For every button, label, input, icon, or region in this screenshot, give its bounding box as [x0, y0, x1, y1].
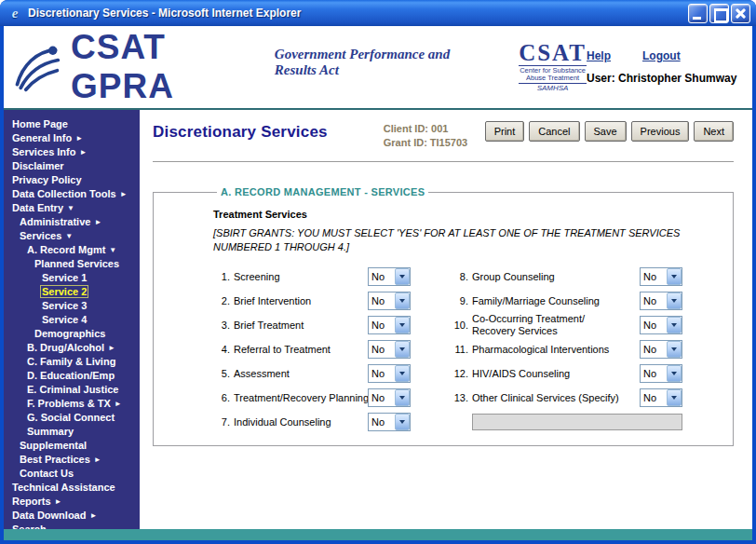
- sidebar-nav: Home Page General Info► Services Info► D…: [4, 110, 140, 529]
- grant-id: Grant ID: TI15703: [384, 136, 467, 150]
- titlebar[interactable]: e Discretionary Services - Microsoft Int…: [0, 0, 756, 26]
- close-button[interactable]: [731, 4, 750, 23]
- screening-select[interactable]: No: [368, 267, 411, 286]
- service-row: 9. Family/Marriage Counseling No: [444, 289, 682, 313]
- sidebar-item-f-problems-tx[interactable]: F. Problems & TX►: [4, 397, 140, 411]
- brand: CSAT GPRA Government Performance and Res…: [71, 28, 494, 106]
- logout-link[interactable]: Logout: [642, 49, 681, 62]
- previous-button[interactable]: Previous: [631, 121, 690, 142]
- select-value: No: [369, 416, 395, 428]
- sidebar-item-g-social-connect[interactable]: G. Social Connect: [4, 411, 140, 425]
- sidebar-item-demographics[interactable]: Demographics: [4, 327, 140, 341]
- other-clinical-services-input[interactable]: [472, 414, 682, 430]
- dropdown-arrow-icon: [395, 292, 410, 309]
- brief-treatment-select[interactable]: No: [368, 316, 411, 334]
- cancel-button[interactable]: Cancel: [529, 121, 579, 142]
- internet-explorer-icon: e: [7, 6, 22, 20]
- service-number: 7.: [213, 416, 230, 428]
- sidebar-item-label: E. Criminal Justice: [26, 384, 119, 395]
- service-row: 5. Assessment No: [213, 361, 411, 386]
- sidebar-item-supplemental[interactable]: Supplemental: [4, 439, 140, 453]
- sidebar-item-services[interactable]: Services▼: [4, 229, 140, 243]
- sidebar-item-service-3[interactable]: Service 3: [4, 299, 140, 313]
- assessment-select[interactable]: No: [368, 364, 411, 383]
- sidebar-item-service-1[interactable]: Service 1: [4, 271, 140, 285]
- sidebar-item-label: Service 1: [41, 272, 88, 283]
- hhs-eagle-logo: [9, 41, 63, 93]
- service-number: 5.: [213, 368, 230, 379]
- minimize-button[interactable]: [688, 4, 708, 23]
- sidebar-item-label: Administrative: [19, 216, 91, 227]
- sidebar-item-services-info[interactable]: Services Info►: [4, 145, 140, 159]
- dropdown-arrow-icon: [395, 365, 410, 382]
- service-number: 9.: [444, 295, 468, 306]
- user-label: User: Christopher Shumway: [587, 72, 739, 85]
- sidebar-item-general-info[interactable]: General Info►: [4, 131, 140, 145]
- content-row: Home Page General Info► Services Info► D…: [4, 110, 752, 529]
- sidebar-item-label: Demographics: [34, 328, 106, 339]
- sidebar-item-planned-services[interactable]: Planned Services: [4, 257, 140, 271]
- sidebar-item-data-download[interactable]: Data Download►: [4, 509, 140, 523]
- nav-arrow-icon: ►: [55, 497, 62, 506]
- save-button[interactable]: Save: [585, 121, 627, 142]
- individual-counseling-select[interactable]: No: [368, 413, 411, 431]
- service-label: HIV/AIDS Counseling: [472, 368, 640, 380]
- maximize-button[interactable]: [709, 4, 729, 23]
- other-clinical-services-select[interactable]: No: [640, 388, 682, 407]
- sidebar-item-contact-us[interactable]: Contact Us: [4, 467, 140, 481]
- dropdown-arrow-icon: [395, 268, 410, 285]
- group-counseling-select[interactable]: No: [640, 267, 682, 286]
- sidebar-item-privacy-policy[interactable]: Privacy Policy: [4, 173, 140, 187]
- sidebar-item-data-entry[interactable]: Data Entry▼: [4, 201, 140, 215]
- sidebar-item-label: Best Practices: [19, 454, 91, 465]
- sidebar-item-d-education-emp[interactable]: D. Education/Emp: [4, 369, 140, 383]
- select-value: No: [369, 271, 395, 282]
- pharmacological-interventions-select[interactable]: No: [640, 340, 682, 359]
- brand-tagline: Government Performance and Results Act: [275, 47, 494, 78]
- print-button[interactable]: Print: [485, 121, 525, 142]
- sidebar-item-label: Privacy Policy: [11, 174, 83, 185]
- treatment-recovery-planning-select[interactable]: No: [368, 388, 411, 407]
- sidebar-item-service-2[interactable]: Service 2: [4, 285, 140, 299]
- sidebar-item-a-record-mgmt[interactable]: A. Record Mgmt▼: [4, 243, 140, 257]
- sidebar-item-summary[interactable]: Summary: [4, 425, 140, 439]
- referral-to-treatment-select[interactable]: No: [368, 340, 411, 359]
- sidebar-item-b-drug-alcohol[interactable]: B. Drug/Alcohol►: [4, 341, 140, 355]
- co-occurring-treatment-select[interactable]: No: [640, 316, 682, 334]
- sidebar-item-reports[interactable]: Reports►: [4, 495, 140, 509]
- brief-intervention-select[interactable]: No: [368, 292, 411, 310]
- sidebar-item-label: F. Problems & TX: [26, 398, 112, 409]
- window-controls: [688, 4, 750, 23]
- brand-title: CSAT GPRA: [71, 28, 260, 106]
- help-link[interactable]: Help: [587, 49, 611, 62]
- family-marriage-counseling-select[interactable]: No: [640, 292, 682, 310]
- service-row: 3. Brief Treatment No: [213, 313, 411, 337]
- sidebar-item-label: Services: [19, 230, 62, 241]
- service-label: Treatment/Recovery Planning: [234, 392, 368, 404]
- other-specify-row: [444, 410, 682, 434]
- next-button[interactable]: Next: [694, 121, 734, 142]
- sidebar-item-disclaimer[interactable]: Disclaimer: [4, 159, 140, 173]
- sidebar-item-data-collection-tools[interactable]: Data Collection Tools►: [4, 187, 140, 201]
- sidebar-item-service-4[interactable]: Service 4: [4, 313, 140, 327]
- sidebar-item-search[interactable]: Search: [4, 523, 140, 529]
- sidebar-item-administrative[interactable]: Administrative►: [4, 215, 140, 229]
- dropdown-arrow-icon: [667, 341, 682, 358]
- service-row: 11. Pharmacological Interventions No: [444, 337, 682, 361]
- header-right: Help Logout User: Christopher Shumway: [587, 49, 743, 85]
- nav-arrow-icon: ►: [115, 400, 122, 408]
- hiv-aids-counseling-select[interactable]: No: [640, 364, 682, 383]
- nav-arrow-icon: ►: [94, 218, 101, 226]
- sidebar-item-home-page[interactable]: Home Page: [4, 117, 140, 131]
- sidebar-item-e-criminal-justice[interactable]: E. Criminal Justice: [4, 383, 140, 397]
- sidebar-item-best-practices[interactable]: Best Practices►: [4, 453, 140, 467]
- service-row: 4. Referral to Treatment No: [213, 337, 411, 361]
- select-value: No: [641, 271, 667, 282]
- service-row: 10. Co-Occurring Treatment/ Recovery Ser…: [444, 313, 682, 337]
- sidebar-item-label: D. Education/Emp: [26, 370, 115, 381]
- sidebar-item-c-family-living[interactable]: C. Family & Living: [4, 355, 140, 369]
- select-value: No: [641, 392, 667, 403]
- services-right-rows: 8. Group Counseling No: [444, 265, 682, 410]
- sidebar-item-technical-assistance[interactable]: Technical Assistance: [4, 481, 140, 495]
- section-subtitle: Treatment Services: [213, 209, 692, 220]
